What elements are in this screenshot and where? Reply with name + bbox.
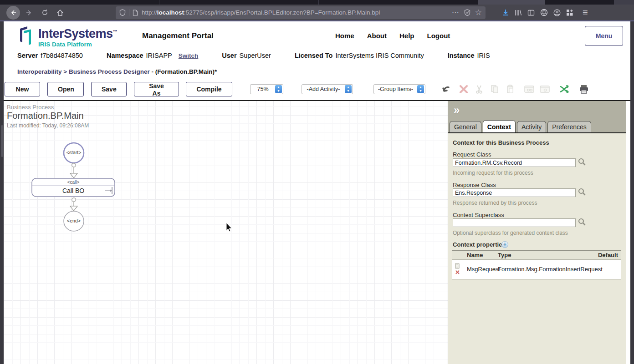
mouse-cursor [226,223,232,232]
add-property-button[interactable]: + [501,241,508,248]
request-class-help: Incoming request for this process [453,170,533,176]
browser-toolbar: http://localhost:52775/csp/irisapp/EnsPo… [0,5,634,20]
context-superclass-label: Context Superclass [453,212,504,218]
url-text[interactable]: http://localhost:52775/csp/irisapp/EnsPo… [142,9,380,16]
licensed-to-value: InterSystems IRIS Community [335,52,424,59]
tab-context[interactable]: Context [483,120,516,132]
url-bar[interactable]: http://localhost:52775/csp/irisapp/EnsPo… [116,6,486,19]
bookmark-star-icon[interactable]: ☆ [475,8,482,17]
table-header-row: Name Type Default [452,251,621,260]
context-superclass-help: Optional superclass for generated contex… [453,230,568,236]
back-arrow-icon [10,10,16,16]
new-button[interactable]: New [5,82,40,96]
tab-general[interactable]: General [450,121,481,132]
page-actions-icon[interactable]: ⋯ [452,8,460,17]
response-class-input[interactable] [453,188,576,197]
add-activity-select[interactable]: -Add Activity- ▲▼ [302,84,353,94]
forward-button[interactable] [23,6,36,19]
context-tab-body: Context for this Business Process Reques… [448,132,626,364]
table-row[interactable]: ✕ MsgRequest Formation.Msg.FormationInse… [452,260,621,279]
panel-header: » General Context Activity Preferences [448,101,626,132]
delete-property-icon[interactable]: ✕ [455,270,460,275]
menu-button[interactable]: Menu [585,26,623,46]
portal-page: InterSystems™ IRIS Data Platform Managem… [4,21,630,364]
instance-value: IRIS [477,52,490,59]
start-node-label: <start> [66,150,82,155]
response-class-help: Response returned by this process [453,200,537,206]
tracking-shield-icon[interactable] [464,9,470,16]
edit-property-icon[interactable] [455,263,460,269]
context-superclass-input[interactable] [453,218,576,227]
namespace-value: IRISAPP [146,52,172,59]
paste-icon [505,84,516,95]
browser-tab-strip[interactable] [0,0,634,5]
group-items-select[interactable]: -Group Items- ▲▼ [373,84,425,94]
browser-active-tab[interactable] [478,0,545,5]
breadcrumb-interoperability[interactable]: Interoperability [17,68,62,75]
browser-action-icons: ≡ [502,7,588,18]
call-node-label: Call BO [62,187,84,194]
cut-icon [474,84,485,95]
delete-icon [458,84,469,95]
zoom-select[interactable]: 75% ▲▼ [250,84,283,94]
dialog-settings-icon-b [539,84,550,95]
server-label: Server [17,52,38,59]
select-stepper-icon: ▲▼ [275,85,282,93]
property-name: MsgRequest [467,266,498,273]
context-section-title: Context for this Business Process [453,139,549,146]
nav-link-about[interactable]: About [367,32,387,40]
context-properties-label: Context properties [453,241,506,248]
request-class-label: Request Class [453,151,491,158]
sidebar-splitter-handle[interactable] [1,125,3,157]
switch-namespace-link[interactable]: Switch [179,52,199,59]
header-nav: Home About Help Logout [335,32,450,40]
reload-button[interactable] [38,6,51,19]
instance-label: Instance [448,52,475,59]
compile-button[interactable]: Compile [186,82,232,96]
downloads-icon[interactable] [502,9,509,16]
extension-globe-icon[interactable] [540,9,548,16]
nav-link-help[interactable]: Help [399,32,414,40]
tab-preferences[interactable]: Preferences [547,121,591,132]
bpl-diagram-canvas[interactable]: Business Process Formation.BP.Main Last … [4,101,448,364]
extensions-grid-icon[interactable] [566,9,573,16]
call-node-tag: <call> [67,180,80,185]
account-icon[interactable] [553,9,561,16]
tab-separator [318,0,319,5]
nav-link-logout[interactable]: Logout [427,32,450,40]
page-info-icon [133,10,138,16]
collapse-panel-icon[interactable]: » [454,104,460,116]
intersystems-logo-mark [16,25,35,48]
save-button[interactable]: Save [91,82,127,96]
request-class-input[interactable] [453,158,576,167]
context-superclass-lookup-icon[interactable] [578,218,586,227]
save-as-button[interactable]: Save As [134,82,179,96]
request-class-lookup-icon[interactable] [578,158,586,167]
open-button[interactable]: Open [47,82,84,96]
connector-dot[interactable] [72,163,76,167]
sidebar-toggle-icon[interactable] [527,9,535,16]
shuffle-icon[interactable] [559,84,570,95]
context-properties-table: Name Type Default ✕ MsgRequest Formation… [452,250,621,279]
add-activity-value: -Add Activity- [302,86,345,92]
hamburger-menu-icon[interactable]: ≡ [583,7,588,18]
window-right-edge[interactable] [630,21,634,364]
window-left-edge [0,21,4,364]
dialog-settings-icon-a [524,84,535,95]
response-class-lookup-icon[interactable] [578,188,586,197]
browser-tab[interactable] [614,0,634,5]
back-button[interactable] [6,6,20,20]
library-icon[interactable] [515,9,522,16]
select-stepper-icon: ▲▼ [417,85,424,93]
nav-link-home[interactable]: Home [335,32,354,40]
undo-icon[interactable] [442,84,453,95]
tab-activity[interactable]: Activity [517,121,546,132]
home-button[interactable] [54,6,66,19]
end-node-label: <end> [67,218,81,223]
connector-arrowhead [70,206,77,211]
intersystems-logo: InterSystems™ IRIS Data Platform [16,25,117,48]
breadcrumb-bp-designer[interactable]: Business Process Designer [69,68,150,75]
connector-dot[interactable] [72,198,76,202]
reload-icon [41,9,48,16]
print-icon[interactable] [578,84,589,95]
